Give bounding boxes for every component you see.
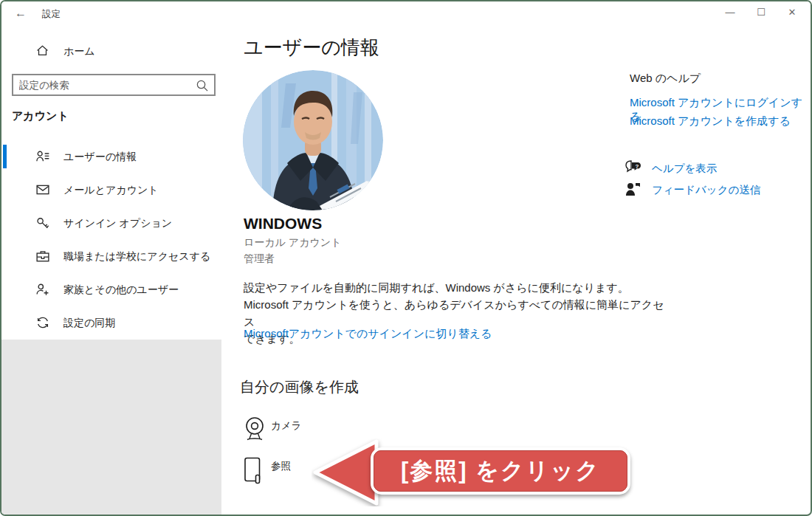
window-title: 設定	[42, 8, 61, 21]
sidebar-bottom-panel	[1, 340, 221, 516]
sidebar-item-work-school[interactable]: 職場または学校にアクセスする	[1, 240, 223, 272]
sidebar-item-home[interactable]: ホーム	[1, 40, 223, 63]
sidebar-section-header: アカウント	[12, 109, 69, 123]
help-bubble-icon: ?	[625, 165, 641, 177]
feedback-icon	[625, 186, 641, 199]
sidebar: ホーム アカウント ユーザーの情報	[1, 25, 223, 516]
sidebar-item-label: 家族とその他のユーザー	[63, 283, 179, 297]
account-role: 管理者	[244, 252, 275, 266]
browse-file-icon	[244, 478, 263, 490]
account-type: ローカル アカウント	[244, 236, 342, 250]
switch-to-microsoft-account-link[interactable]: Microsoftアカウントでのサインインに切り替える	[244, 327, 492, 341]
minimize-button[interactable]: —	[715, 1, 746, 25]
search-icon[interactable]	[196, 79, 209, 95]
camera-icon	[244, 433, 266, 445]
svg-text:?: ?	[635, 163, 639, 170]
send-feedback-link[interactable]: フィードバックの送信	[625, 182, 641, 198]
web-help-title: Web のヘルプ	[630, 72, 701, 86]
settings-search-box[interactable]	[12, 74, 216, 96]
sidebar-item-label: ユーザーの情報	[63, 151, 137, 164]
sidebar-item-signin-options[interactable]: サインイン オプション	[1, 207, 223, 239]
mail-icon	[36, 183, 49, 199]
sync-icon	[36, 316, 49, 332]
sidebar-item-sync-settings[interactable]: 設定の同期	[1, 306, 223, 339]
sidebar-item-label: メールとアカウント	[63, 184, 159, 197]
ms-account-create-link[interactable]: Microsoft アカウントを作成する	[630, 114, 791, 128]
camera-label: カメラ	[271, 419, 301, 433]
tutorial-annotation: [参照] をクリック	[312, 438, 635, 506]
sidebar-item-label: サインイン オプション	[63, 217, 172, 230]
sidebar-item-family-users[interactable]: 家族とその他のユーザー	[1, 273, 223, 306]
briefcase-icon	[36, 250, 49, 266]
page-title: ユーザーの情報	[244, 35, 379, 61]
search-input[interactable]	[19, 77, 189, 93]
settings-window: ← 設定 — ☐ ✕ ホーム アカウント	[0, 0, 812, 516]
user-avatar	[243, 70, 383, 210]
annotation-text: [参照] をクリック	[401, 455, 600, 486]
window-controls: — ☐ ✕	[715, 1, 808, 25]
close-button[interactable]: ✕	[777, 1, 808, 25]
sidebar-item-label: 設定の同期	[63, 317, 115, 330]
sidebar-item-label: 職場または学校にアクセスする	[63, 250, 210, 264]
add-person-icon	[36, 283, 49, 299]
sidebar-item-user-info[interactable]: ユーザーの情報	[1, 140, 223, 173]
account-name: WINDOWS	[244, 215, 322, 233]
maximize-button[interactable]: ☐	[746, 1, 777, 25]
home-icon	[36, 44, 49, 60]
sidebar-item-label: ホーム	[63, 45, 95, 58]
annotation-label-box: [参照] をクリック	[371, 447, 630, 495]
send-feedback-label: フィードバックの送信	[652, 183, 760, 197]
user-info-icon	[36, 150, 49, 166]
get-help-label: ヘルプを表示	[652, 162, 717, 176]
back-icon[interactable]: ←	[12, 5, 30, 21]
browse-label: 参照	[271, 460, 291, 473]
key-icon	[36, 216, 49, 233]
title-bar: ← 設定 — ☐ ✕	[1, 1, 811, 25]
sidebar-item-email-accounts[interactable]: メールとアカウント	[1, 173, 223, 206]
get-help-link[interactable]: ? ヘルプを表示	[625, 160, 641, 176]
create-picture-title: 自分の画像を作成	[240, 377, 359, 397]
